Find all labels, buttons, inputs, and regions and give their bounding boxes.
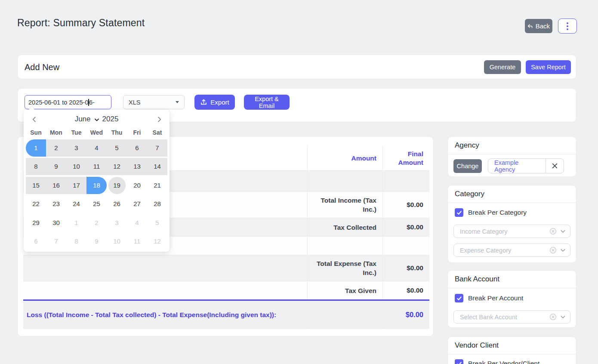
income-category-placeholder: Income Category xyxy=(460,228,546,235)
calendar-day[interactable]: 24 xyxy=(66,195,86,213)
upload-icon xyxy=(200,99,207,106)
row-label: Tax Collected xyxy=(307,218,382,236)
calendar-day[interactable]: 11 xyxy=(86,158,107,175)
break-per-vendor-checkbox[interactable] xyxy=(455,359,463,364)
table-row: Total Expense (Tax Inc.)$0.00 xyxy=(23,255,429,281)
bank-account-title: Bank Account xyxy=(448,271,576,288)
calendar-day[interactable]: 9 xyxy=(46,158,66,175)
calendar-day[interactable]: 22 xyxy=(26,195,46,213)
calendar-day[interactable]: 27 xyxy=(127,195,147,213)
calendar-day[interactable]: 12 xyxy=(147,233,167,250)
corner-up-left-icon xyxy=(527,23,533,29)
calendar-day[interactable]: 5 xyxy=(147,214,167,231)
calendar-day[interactable]: 30 xyxy=(46,214,66,231)
change-agency-button[interactable]: Change xyxy=(453,159,482,173)
clear-icon[interactable] xyxy=(549,227,557,235)
weekday-label: Thu xyxy=(107,128,127,139)
calendar-day[interactable]: 8 xyxy=(66,233,86,250)
calendar-day[interactable]: 6 xyxy=(26,233,46,250)
calendar-year-input[interactable]: 2025 xyxy=(102,115,119,123)
calendar-week: 1234567 xyxy=(26,139,167,157)
export-format-select[interactable]: XLS xyxy=(123,95,185,109)
export-button[interactable]: Export xyxy=(194,95,235,110)
break-per-account-row: Break Per Account xyxy=(455,294,569,302)
calendar-week: 891011121314 xyxy=(26,157,167,176)
weekday-label: Fri xyxy=(127,128,147,139)
row-amount: $0.00 xyxy=(382,192,429,218)
break-per-category-checkbox[interactable] xyxy=(455,208,463,217)
chevron-down-icon[interactable] xyxy=(560,314,566,320)
clear-icon[interactable] xyxy=(549,313,557,321)
calendar-day[interactable]: 14 xyxy=(147,158,167,175)
calendar-day[interactable]: 19 xyxy=(108,177,126,194)
calendar-day[interactable]: 5 xyxy=(107,139,127,157)
calendar-day[interactable]: 20 xyxy=(127,177,147,194)
calendar-day[interactable]: 25 xyxy=(86,195,107,213)
calendar-day[interactable]: 6 xyxy=(127,139,147,157)
calendar-day[interactable]: 15 xyxy=(26,177,46,194)
bank-account-placeholder: Select Bank Account xyxy=(460,314,546,321)
loss-final-amount: $0.00 xyxy=(382,301,429,328)
selected-agency-link[interactable]: Example Agency xyxy=(488,159,546,173)
table-row: Tax Given$0.00 xyxy=(23,281,429,299)
calendar-day[interactable]: 9 xyxy=(86,233,107,250)
row-label xyxy=(307,237,382,255)
calendar-day[interactable]: 1 xyxy=(26,139,46,157)
calendar-day[interactable]: 10 xyxy=(66,158,86,175)
calendar-day[interactable]: 4 xyxy=(86,139,107,157)
calendar-day[interactable]: 29 xyxy=(26,214,46,231)
break-per-account-label: Break Per Account xyxy=(468,294,523,302)
calendar-day[interactable]: 28 xyxy=(147,195,167,213)
calendar-day[interactable]: 4 xyxy=(127,214,147,231)
calendar-week: 15161718192021 xyxy=(26,176,167,195)
calendar-day[interactable]: 12 xyxy=(107,158,127,175)
agency-card: Agency Change Example Agency xyxy=(447,136,576,177)
break-per-vendor-label: Break Per Vendor/Client xyxy=(468,360,539,364)
calendar-day[interactable]: 23 xyxy=(46,195,66,213)
calendar-header: June 2025 xyxy=(26,111,167,128)
calendar-day[interactable]: 1 xyxy=(66,214,86,231)
calendar-day[interactable]: 3 xyxy=(107,214,127,231)
calendar-next-month-button[interactable] xyxy=(153,111,166,128)
date-range-input[interactable]: 2025-06-01 to 2025-0 6- xyxy=(25,95,111,109)
expense-category-select[interactable]: Expense Category xyxy=(453,244,570,257)
kebab-icon xyxy=(567,22,568,31)
calendar-day[interactable]: 2 xyxy=(46,139,66,157)
break-per-account-checkbox[interactable] xyxy=(455,294,463,302)
row-amount xyxy=(382,237,429,255)
calendar-week: 6789101112 xyxy=(26,232,167,251)
back-button[interactable]: Back xyxy=(525,19,552,33)
close-icon xyxy=(552,163,558,169)
generate-button[interactable]: Generate xyxy=(484,60,521,74)
calendar-day[interactable]: 16 xyxy=(46,177,66,194)
calendar-day[interactable]: 18 xyxy=(86,177,107,194)
calendar-month-select[interactable]: June xyxy=(75,115,91,123)
weekday-label: Wed xyxy=(86,128,107,139)
date-range-value-after-caret: 6- xyxy=(89,99,95,106)
calendar-day[interactable]: 13 xyxy=(127,158,147,175)
calendar-day[interactable]: 17 xyxy=(66,177,86,194)
calendar-day[interactable]: 26 xyxy=(107,195,127,213)
calendar-day[interactable]: 8 xyxy=(26,158,46,175)
calendar-day[interactable]: 10 xyxy=(107,233,127,250)
calendar-day[interactable]: 3 xyxy=(66,139,86,157)
weekday-label: Mon xyxy=(46,128,66,139)
save-report-button[interactable]: Save Report xyxy=(526,60,571,74)
clear-icon[interactable] xyxy=(549,246,557,254)
bank-account-select[interactable]: Select Bank Account xyxy=(453,310,570,324)
chevron-down-icon[interactable] xyxy=(560,228,566,234)
calendar-day[interactable]: 7 xyxy=(46,233,66,250)
kebab-menu-button[interactable] xyxy=(558,19,577,34)
calendar-prev-month-button[interactable] xyxy=(28,111,40,128)
calendar-day[interactable]: 2 xyxy=(86,214,107,231)
export-email-button[interactable]: Export & Email xyxy=(244,95,290,110)
calendar-day[interactable]: 21 xyxy=(147,177,167,194)
calendar-weekday-row: SunMonTueWedThuFriSat xyxy=(26,128,167,139)
calendar-day[interactable]: 7 xyxy=(147,139,167,157)
income-category-select[interactable]: Income Category xyxy=(453,225,570,238)
row-section-cell xyxy=(23,281,307,299)
calendar-day[interactable]: 11 xyxy=(127,233,147,250)
row-amount: $0.00 xyxy=(382,218,429,236)
clear-agency-button[interactable] xyxy=(546,159,564,173)
chevron-down-icon[interactable] xyxy=(560,247,566,253)
